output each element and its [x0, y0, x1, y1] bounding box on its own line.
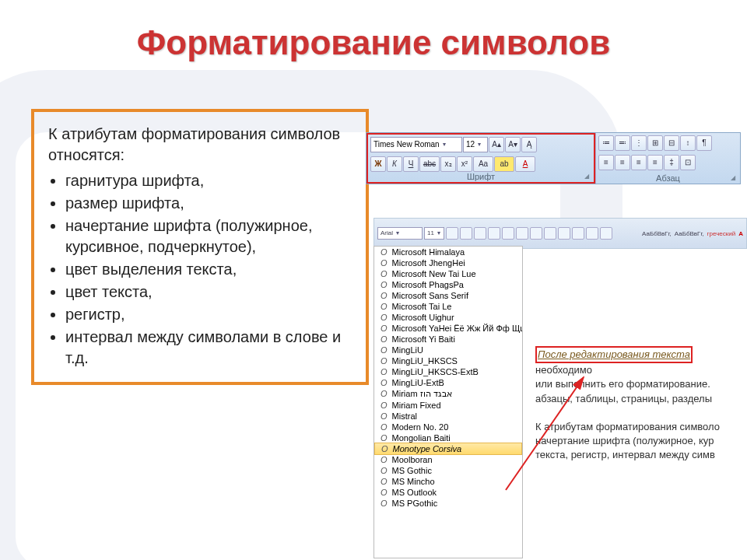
mini-btn[interactable]	[600, 227, 612, 240]
font-list-item[interactable]: Miriam Fixed	[374, 400, 522, 411]
style-preview[interactable]: греческий	[707, 230, 736, 237]
list-item: гарнитура шрифта,	[65, 170, 352, 191]
mini-btn[interactable]	[488, 227, 500, 240]
doc-text: необходимо	[535, 364, 592, 376]
secondary-screenshot: Arial 11 АаБбВвГг, АаБбВвГг, греческий A…	[374, 218, 747, 560]
ribbon-panel: Times New Roman 12 A▴ A▾ Ą Ж К Ч abє x₂ …	[366, 132, 741, 184]
underline-button[interactable]: Ч	[403, 156, 419, 172]
mini-btn[interactable]	[460, 227, 472, 240]
indent-inc-icon[interactable]: ⊟	[664, 135, 679, 151]
font-list-item[interactable]: MingLiU_HKSCS-ExtB	[374, 366, 522, 377]
font-list-item[interactable]: MS PGothic	[374, 498, 522, 509]
font-list-item[interactable]: Microsoft Yi Baiti	[374, 334, 522, 345]
italic-button[interactable]: К	[387, 156, 402, 172]
slide-title: Форматирование символов	[0, 23, 747, 62]
list-item: начертание шрифта (полужирное, курсивное…	[65, 215, 352, 257]
pilcrow-icon[interactable]: ¶	[696, 135, 712, 151]
mini-btn[interactable]	[544, 227, 556, 240]
mini-btn[interactable]	[572, 227, 584, 240]
list-item: регистр,	[65, 304, 352, 325]
doc-text: К атрибутам форматирования символо	[535, 420, 747, 434]
subscript-button[interactable]: x₂	[440, 156, 456, 172]
line-spacing-icon[interactable]: ‡	[664, 155, 679, 170]
font-list-item[interactable]: Mistral	[374, 411, 522, 422]
highlighted-phrase-box: После редактирования текста	[535, 346, 693, 363]
doc-text: абзацы, таблицы, страницы, разделы	[535, 392, 747, 406]
list-item: размер шрифта,	[65, 193, 352, 214]
ribbon-para-label: Абзац	[596, 173, 740, 183]
grow-font-icon[interactable]: A▴	[489, 137, 504, 152]
mini-btn[interactable]	[474, 227, 486, 240]
superscript-button[interactable]: x²	[457, 156, 472, 172]
highlighted-phrase: После редактирования текста	[538, 348, 690, 360]
secondary-toolbar: Arial 11 АаБбВвГг, АаБбВвГг, греческий A	[374, 218, 747, 249]
font-list-item[interactable]: Mongolian Baiti	[374, 432, 522, 443]
dialog-launcher-icon[interactable]: ◢	[731, 174, 738, 182]
font-list-item[interactable]: MS Gothic	[374, 465, 522, 476]
font-list-item[interactable]: Microsoft Himalaya	[374, 247, 522, 257]
justify-icon[interactable]: ≡	[647, 155, 663, 170]
font-list-item[interactable]: Moolboran	[374, 454, 522, 465]
ribbon-font-group: Times New Roman 12 A▴ A▾ Ą Ж К Ч abє x₂ …	[366, 133, 595, 184]
font-size-combo[interactable]: 12	[463, 137, 488, 152]
mini-btn[interactable]	[502, 227, 514, 240]
font-list-item[interactable]: Microsoft New Tai Lue	[374, 268, 522, 279]
font-name-combo[interactable]: Times New Roman	[370, 137, 462, 152]
info-intro: К атрибутам форматирования символов отно…	[48, 124, 352, 166]
mini-btn[interactable]	[558, 227, 570, 240]
mini-btn[interactable]	[530, 227, 542, 240]
sort-icon[interactable]: ↕	[680, 135, 696, 151]
info-box: К атрибутам форматирования символов отно…	[31, 109, 369, 385]
mini-btn[interactable]	[446, 227, 458, 240]
shrink-font-icon[interactable]: A▾	[505, 137, 521, 152]
font-dropdown-list[interactable]: Microsoft HimalayaMicrosoft JhengHeiMicr…	[374, 246, 523, 558]
font-list-item[interactable]: Miriam אבגד הוז	[374, 388, 522, 400]
font-list-item[interactable]: Microsoft Tai Le	[374, 301, 522, 312]
font-list-item[interactable]: MingLiU_HKSCS	[374, 355, 522, 366]
highlight-button[interactable]: ab	[494, 156, 514, 172]
sec-font-combo[interactable]: Arial	[377, 227, 423, 240]
doc-text: начертание шрифта (полужирное, кур	[535, 434, 747, 448]
sec-size-combo[interactable]: 11	[424, 227, 444, 240]
list-item: интервал между символами в слове и т.д.	[65, 327, 352, 369]
font-list-item[interactable]: MingLiU	[374, 345, 522, 355]
mini-btn[interactable]	[516, 227, 528, 240]
list-item: цвет текста,	[65, 282, 352, 303]
ribbon-paragraph-group: ≔ ≕ ⋮ ⊞ ⊟ ↕ ¶ ≡ ≡ ≡ ≡ ‡ ⊡ Абзац ◢	[595, 133, 740, 184]
bullets-icon[interactable]: ≔	[598, 135, 614, 151]
info-list: гарнитура шрифта, размер шрифта, начерта…	[48, 170, 352, 369]
font-list-item[interactable]: Microsoft YaHei Ёё Жж Йй Фф Щщ	[374, 323, 522, 334]
list-item: цвет выделения текста,	[65, 259, 352, 280]
multilevel-icon[interactable]: ⋮	[631, 135, 647, 151]
indent-dec-icon[interactable]: ⊞	[647, 135, 663, 151]
doc-text: текста, регистр, интервал между симв	[535, 448, 747, 462]
bold-button[interactable]: Ж	[370, 156, 386, 172]
font-color-button[interactable]: A	[515, 156, 535, 172]
numbering-icon[interactable]: ≕	[615, 135, 630, 151]
font-list-item[interactable]: MS Outlook	[374, 487, 522, 498]
font-list-item[interactable]: Microsoft PhagsPa	[374, 279, 522, 290]
font-list-item[interactable]: Modern No. 20	[374, 422, 522, 432]
style-preview[interactable]: A	[738, 230, 743, 237]
font-list-item[interactable]: MingLiU-ExtB	[374, 377, 522, 388]
document-preview: После редактирования текстанеобходимо ил…	[529, 253, 747, 463]
font-list-item[interactable]: Monotype Corsiva	[374, 443, 522, 455]
strike-button[interactable]: abє	[419, 156, 440, 172]
dialog-launcher-icon[interactable]: ◢	[584, 173, 592, 180]
style-preview[interactable]: АаБбВвГг,	[675, 230, 704, 237]
mini-btn[interactable]	[586, 227, 598, 240]
clear-format-icon[interactable]: Ą	[521, 137, 537, 152]
ribbon-font-label: Шрифт	[368, 172, 594, 181]
align-right-icon[interactable]: ≡	[631, 155, 647, 170]
align-left-icon[interactable]: ≡	[598, 155, 614, 170]
shading-icon[interactable]: ⊡	[680, 155, 696, 170]
font-list-item[interactable]: Microsoft JhengHei	[374, 257, 522, 268]
font-list-item[interactable]: MS Mincho	[374, 476, 522, 487]
change-case-button[interactable]: Aa	[473, 156, 493, 172]
font-list-item[interactable]: Microsoft Sans Serif	[374, 290, 522, 301]
style-preview[interactable]: АаБбВвГг,	[642, 230, 672, 237]
doc-text: или выполнить его форматирование.	[535, 377, 747, 391]
align-center-icon[interactable]: ≡	[615, 155, 630, 170]
font-list-item[interactable]: Microsoft Uighur	[374, 312, 522, 323]
